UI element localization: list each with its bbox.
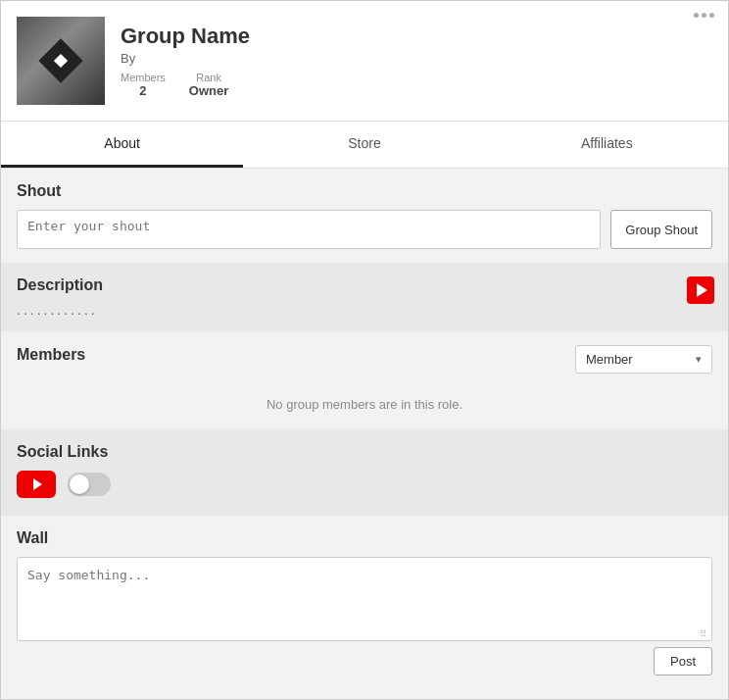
members-header: Members Member ▾ (17, 345, 712, 374)
youtube-play-triangle (33, 478, 42, 490)
header-menu-button[interactable] (694, 13, 714, 18)
group-info: Group Name By Members 2 Rank Owner (121, 24, 250, 98)
social-links-title: Social Links (17, 443, 712, 461)
members-value: 2 (139, 83, 146, 98)
dropdown-selected-value: Member (586, 352, 633, 367)
logo-diamond (38, 38, 82, 82)
no-members-message: No group members are in this role. (17, 387, 712, 416)
tab-affiliates[interactable]: Affiliates (486, 122, 728, 168)
stat-members: Members 2 (121, 72, 166, 98)
wall-input-footer: Post (17, 647, 712, 675)
group-header: Group Name By Members 2 Rank Owner (1, 1, 728, 122)
group-stats: Members 2 Rank Owner (121, 72, 250, 98)
wall-section: Wall ⠿ Post (1, 516, 728, 695)
description-content: ............ (17, 302, 712, 318)
social-icons-row (17, 471, 712, 498)
shout-section: Shout Group Shout (1, 169, 728, 263)
group-shout-button[interactable]: Group Shout (610, 210, 712, 249)
description-section: Description ............ (1, 263, 728, 331)
tab-store[interactable]: Store (243, 122, 485, 168)
member-role-dropdown[interactable]: Member ▾ (575, 345, 712, 374)
chevron-down-icon: ▾ (696, 353, 702, 366)
resize-handle-icon: ⠿ (700, 628, 709, 638)
shout-input-row: Group Shout (17, 210, 712, 249)
stat-rank: Rank Owner (189, 72, 228, 98)
rank-value: Owner (189, 83, 228, 98)
post-button[interactable]: Post (654, 647, 712, 675)
tab-bar: About Store Affiliates (1, 122, 728, 169)
description-edit-button[interactable] (687, 276, 714, 304)
wall-input-area: ⠿ (17, 557, 712, 641)
wall-input[interactable] (27, 568, 702, 626)
youtube-icon[interactable] (17, 471, 56, 498)
youtube-play-icon (697, 283, 707, 297)
rank-label: Rank (196, 72, 221, 83)
toggle-knob (70, 475, 89, 494)
shout-input[interactable] (17, 210, 601, 249)
social-links-section: Social Links (1, 429, 728, 516)
wall-title: Wall (17, 529, 712, 547)
members-label: Members (121, 72, 166, 83)
members-title: Members (17, 346, 85, 364)
description-title: Description (17, 276, 712, 294)
logo-dot (54, 54, 68, 68)
members-section: Members Member ▾ No group members are in… (1, 331, 728, 429)
group-name: Group Name (121, 24, 250, 49)
tab-about[interactable]: About (1, 122, 243, 168)
social-toggle[interactable] (68, 473, 111, 496)
group-by: By (121, 51, 250, 66)
shout-title: Shout (17, 182, 712, 200)
main-content: Shout Group Shout Description ..........… (1, 169, 728, 695)
group-logo (17, 17, 105, 105)
